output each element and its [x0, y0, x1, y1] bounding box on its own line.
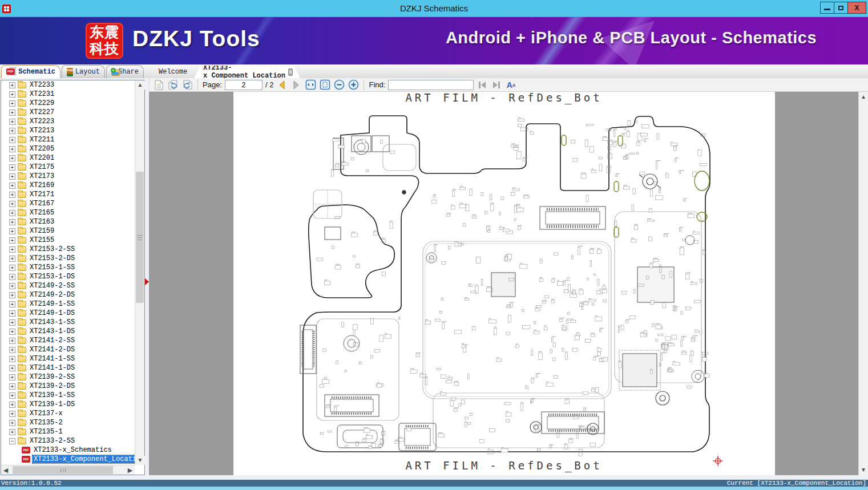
find-next-icon[interactable]	[491, 79, 502, 91]
expand-icon[interactable]: +	[9, 219, 15, 225]
tree-item-folder[interactable]: +XT2143-1-SS	[1, 318, 135, 327]
tree-item-folder[interactable]: +XT2231	[1, 90, 135, 99]
tree-item-pdf[interactable]: PDFXT2133-x_Component_Location	[1, 455, 135, 464]
scroll-right-icon[interactable]: ▶	[126, 465, 135, 475]
doc-tab-component-location[interactable]: XT2133-x_Component_Location x	[194, 66, 300, 78]
expand-icon[interactable]: +	[9, 173, 15, 180]
new-page-icon[interactable]	[153, 79, 164, 91]
expand-icon[interactable]: +	[9, 256, 15, 262]
maximize-button[interactable]	[834, 2, 848, 14]
expand-icon[interactable]: +	[9, 338, 15, 344]
tree-item-folder[interactable]: +XT2143-1-DS	[1, 327, 135, 336]
tree-item-folder[interactable]: +XT2153-1-SS	[1, 263, 135, 272]
tree-item-folder[interactable]: +XT2135-1	[1, 427, 135, 436]
expand-icon[interactable]: +	[9, 155, 15, 161]
tree-item-folder[interactable]: +XT2201	[1, 153, 135, 163]
zoom-out-icon[interactable]	[333, 79, 345, 91]
tree-item-folder[interactable]: +XT2139-1-SS	[1, 391, 135, 400]
expand-icon[interactable]: +	[9, 201, 15, 207]
scroll-up-icon[interactable]: ▲	[859, 92, 868, 102]
expand-icon[interactable]: +	[9, 329, 15, 335]
expand-icon[interactable]: +	[9, 110, 15, 116]
tree-item-folder[interactable]: +XT2211	[1, 135, 135, 144]
scroll-down-icon[interactable]: ▼	[135, 456, 145, 465]
tree-item-folder[interactable]: +XT2233	[1, 80, 135, 90]
tree-item-folder[interactable]: +XT2153-1-DS	[1, 272, 135, 281]
tree-item-folder[interactable]: +XT2167	[1, 199, 135, 208]
close-button[interactable]: X	[847, 2, 866, 14]
tree-item-folder[interactable]: +XT2137-x	[1, 409, 135, 418]
expand-icon[interactable]: +	[9, 265, 15, 271]
tree-item-folder[interactable]: +XT2149-1-SS	[1, 299, 135, 309]
close-tab-icon[interactable]: x	[288, 68, 293, 76]
expand-icon[interactable]: +	[9, 128, 15, 134]
expand-icon[interactable]: +	[9, 365, 15, 371]
tree-item-folder[interactable]: +XT2139-2-DS	[1, 382, 135, 391]
expand-icon[interactable]: +	[9, 429, 15, 435]
expand-icon[interactable]: +	[9, 356, 15, 362]
previous-page-icon[interactable]	[276, 79, 288, 91]
find-input[interactable]	[388, 80, 474, 90]
minimize-button[interactable]	[820, 2, 834, 14]
tree-item-folder[interactable]: +XT2159	[1, 226, 135, 236]
tree-item-folder[interactable]: +XT2227	[1, 108, 135, 117]
collapse-icon[interactable]: −	[9, 438, 15, 444]
tree-item-folder[interactable]: +XT2163	[1, 217, 135, 226]
expand-icon[interactable]: +	[9, 100, 15, 107]
tree-item-folder[interactable]: +XT2165	[1, 208, 135, 217]
expand-icon[interactable]: +	[9, 374, 15, 380]
rotate-clockwise-icon[interactable]	[167, 79, 179, 91]
expand-icon[interactable]: +	[9, 420, 15, 426]
match-case-icon[interactable]: Aa	[505, 79, 516, 91]
expand-icon[interactable]: +	[9, 82, 15, 88]
tree-hscrollbar-thumb[interactable]	[13, 466, 113, 474]
expand-icon[interactable]: +	[9, 164, 15, 171]
tree-item-folder[interactable]: +XT2141-2-SS	[1, 336, 135, 345]
tree-item-folder[interactable]: +XT2171	[1, 190, 135, 199]
tree-item-pdf[interactable]: PDFXT2133-x_Schematics	[1, 446, 135, 455]
expand-icon[interactable]: +	[9, 246, 15, 253]
viewer-vertical-scrollbar[interactable]: ▲ ▼	[858, 92, 868, 475]
fit-page-icon[interactable]	[319, 79, 330, 91]
page-number-input[interactable]	[225, 80, 263, 90]
expand-icon[interactable]: +	[9, 383, 15, 390]
tree-item-folder[interactable]: +XT2149-2-SS	[1, 281, 135, 290]
expand-icon[interactable]: +	[9, 192, 15, 198]
fit-width-icon[interactable]	[305, 79, 316, 91]
tree-vertical-scrollbar[interactable]: ▲ ▼	[135, 80, 144, 465]
expand-icon[interactable]: +	[9, 301, 15, 307]
expand-icon[interactable]: +	[9, 119, 15, 125]
tree-item-folder[interactable]: +XT2155	[1, 236, 135, 245]
tab-share[interactable]: + Share	[106, 65, 144, 78]
tab-schematic[interactable]: PDF Schematic	[1, 65, 60, 78]
expand-icon[interactable]: +	[9, 411, 15, 417]
expand-icon[interactable]: +	[9, 310, 15, 317]
tree-item-folder[interactable]: +XT2139-1-DS	[1, 400, 135, 409]
expand-icon[interactable]: +	[9, 274, 15, 280]
zoom-in-icon[interactable]	[348, 79, 359, 91]
splitter-collapse-arrow[interactable]	[145, 278, 149, 285]
expand-icon[interactable]: +	[9, 237, 15, 244]
tree-item-folder[interactable]: +XT2141-2-DS	[1, 345, 135, 354]
tree-item-folder[interactable]: +XT2223	[1, 117, 135, 126]
tree-item-folder[interactable]: +XT2141-1-DS	[1, 363, 135, 372]
find-previous-icon[interactable]	[477, 79, 488, 91]
tree-item-folder[interactable]: +XT2175	[1, 163, 135, 172]
tree-item-folder[interactable]: +XT2205	[1, 144, 135, 153]
next-page-icon[interactable]	[290, 79, 302, 91]
expand-icon[interactable]: +	[9, 146, 15, 152]
expand-icon[interactable]: +	[9, 402, 15, 408]
expand-icon[interactable]: +	[9, 319, 15, 326]
tab-layout[interactable]: PADS Layout	[62, 65, 105, 78]
tree-item-folder[interactable]: +XT2169	[1, 181, 135, 190]
doc-tab-welcome[interactable]: Welcome	[150, 66, 193, 78]
tree-item-folder[interactable]: +XT2173	[1, 172, 135, 181]
tree-item-folder[interactable]: −XT2133-2-SS	[1, 436, 135, 446]
expand-icon[interactable]: +	[9, 183, 15, 189]
expand-icon[interactable]: +	[9, 137, 15, 143]
tree-horizontal-scrollbar[interactable]: ◀ ▶	[1, 465, 135, 475]
scroll-left-icon[interactable]: ◀	[1, 465, 10, 475]
tree-item-folder[interactable]: +XT2213	[1, 126, 135, 135]
expand-icon[interactable]: +	[9, 210, 15, 216]
rotate-counterclockwise-icon[interactable]	[181, 79, 193, 91]
